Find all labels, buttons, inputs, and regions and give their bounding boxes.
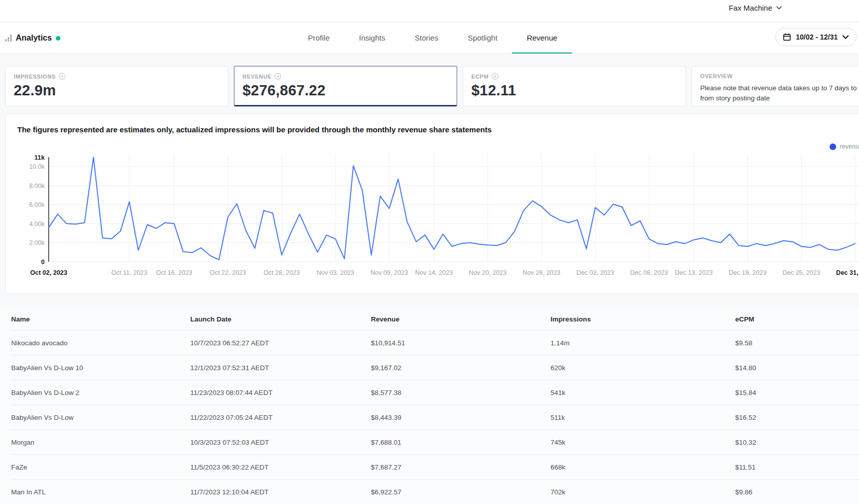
legend-item-revenue[interactable]: revenue — [830, 143, 859, 150]
svg-text:6.00k: 6.00k — [29, 201, 45, 208]
svg-text:Nov 03, 2023: Nov 03, 2023 — [317, 269, 354, 276]
table-cell: $10,914.51 — [371, 339, 551, 347]
table-cell: 745k — [551, 439, 735, 446]
table-cell: BabyAlien Vs D-Low 10 — [11, 364, 190, 372]
legend-dot-icon — [830, 143, 836, 150]
table-row[interactable]: FaZe11/5/2023 06:30:22 AEDT$7,687.27668k… — [11, 454, 859, 479]
legend-label: revenue — [840, 143, 859, 150]
svg-text:Dec 08, 2023: Dec 08, 2023 — [630, 269, 668, 276]
table-cell: $15.84 — [735, 389, 859, 397]
svg-text:Oct 02, 2023: Oct 02, 2023 — [30, 269, 67, 276]
account-switcher[interactable]: Fax Machine — [729, 4, 782, 12]
stat-card-overview[interactable]: OVERVIEWPlease note that revenue data ta… — [692, 66, 859, 106]
table-row[interactable]: BabyAlien Vs D-Low 211/23/2023 08:07:44 … — [11, 380, 859, 405]
svg-text:Oct 22, 2023: Oct 22, 2023 — [210, 269, 246, 276]
calendar-icon — [783, 33, 791, 41]
table-cell: $9.58 — [735, 339, 859, 347]
table-body: Nikocado avocado10/7/2023 06:52:27 AEDT$… — [0, 330, 859, 504]
column-header-revenue: Revenue — [371, 315, 551, 323]
account-name: Fax Machine — [729, 4, 772, 12]
table-header-row: NameLaunch DateRevenueImpressionseCPM — [11, 308, 859, 330]
table-cell: FaZe — [11, 463, 190, 471]
svg-text:Nov 14, 2023: Nov 14, 2023 — [415, 269, 453, 276]
svg-text:Nov 20, 2023: Nov 20, 2023 — [469, 269, 506, 276]
table-cell: $11.51 — [735, 463, 859, 471]
svg-text:0: 0 — [41, 259, 45, 266]
table-cell: 1.14m — [551, 339, 735, 347]
info-icon[interactable]: i — [274, 73, 281, 80]
table-row[interactable]: Man In ATL11/7/2023 12:10:04 AEDT$6,922.… — [11, 479, 859, 504]
table-cell: 620k — [551, 364, 735, 372]
stat-value: 22.9m — [14, 82, 220, 99]
svg-text:Oct 11, 2023: Oct 11, 2023 — [112, 269, 148, 276]
table-cell: 11/23/2023 08:07:44 AEDT — [190, 389, 371, 397]
table-cell: 12/1/2023 07:52:31 AEDT — [190, 364, 371, 372]
table-cell: Nikocado avocado — [11, 339, 190, 347]
chevron-down-icon — [776, 6, 782, 10]
stat-cards-row: IMPRESSIONSi22.9mREVENUEi$276,867.22ECPM… — [5, 66, 859, 106]
table-cell: BabyAlien Vs D-Low 2 — [11, 389, 190, 397]
table-cell: $8,443.39 — [371, 414, 551, 421]
table-cell: 10/7/2023 06:52:27 AEDT — [190, 339, 371, 347]
stat-label: ECPM — [471, 74, 489, 80]
stat-label: OVERVIEW — [700, 73, 733, 79]
svg-text:Dec 19, 2023: Dec 19, 2023 — [729, 269, 766, 276]
table-cell: $6,922.57 — [371, 488, 551, 496]
table-cell: $14.80 — [735, 364, 859, 372]
table-cell: 511k — [551, 414, 735, 421]
top-bar: Fax Machine — [0, 0, 859, 22]
date-range-label: 10/02 - 12/31 — [796, 33, 838, 41]
table-cell: 11/7/2023 12:10:04 AEDT — [190, 488, 371, 496]
stat-card-ecpm[interactable]: ECPMi$12.11 — [463, 66, 686, 106]
stat-value: $276,867.22 — [243, 82, 449, 99]
table-cell: $16.52 — [735, 414, 859, 421]
stat-card-impressions[interactable]: IMPRESSIONSi22.9m — [5, 66, 228, 106]
bar-chart-icon — [5, 34, 12, 42]
table-cell: Man In ATL — [11, 488, 190, 496]
stat-card-revenue[interactable]: REVENUEi$276,867.22 — [234, 66, 457, 106]
info-icon[interactable]: i — [59, 73, 65, 80]
svg-text:2.00k: 2.00k — [29, 239, 45, 246]
column-header-launch-date: Launch Date — [190, 315, 371, 323]
svg-text:Dec 31, 2023: Dec 31, 2023 — [836, 269, 859, 276]
svg-text:Dec 25, 2023: Dec 25, 2023 — [782, 269, 820, 276]
svg-text:Oct 16, 2023: Oct 16, 2023 — [156, 269, 192, 276]
tab-spotlight[interactable]: Spotlight — [453, 23, 512, 54]
overview-note: Please note that revenue data takes up t… — [700, 83, 859, 103]
stories-table: NameLaunch DateRevenueImpressionseCPM Ni… — [0, 308, 859, 504]
stat-label: IMPRESSIONS — [14, 74, 56, 80]
table-cell: $7,687.27 — [371, 463, 551, 471]
svg-text:Nov 26, 2023: Nov 26, 2023 — [523, 269, 560, 276]
svg-text:Oct 28, 2023: Oct 28, 2023 — [263, 269, 300, 276]
tab-revenue[interactable]: Revenue — [512, 23, 572, 54]
tab-profile[interactable]: Profile — [293, 23, 345, 54]
stat-label: REVENUE — [243, 74, 271, 80]
table-cell: $8,577.38 — [371, 389, 551, 397]
table-row[interactable]: Nikocado avocado10/7/2023 06:52:27 AEDT$… — [11, 330, 859, 355]
table-cell: 541k — [551, 389, 735, 397]
revenue-chart: 11k10.0k8.00k6.00k4.00k2.00k0Oct 02, 202… — [6, 114, 859, 294]
tab-stories[interactable]: Stories — [400, 23, 453, 54]
svg-text:Dec 13, 2023: Dec 13, 2023 — [675, 269, 712, 276]
table-row[interactable]: BabyAlien Vs D-Low11/22/2023 07:05:24 AE… — [11, 405, 859, 429]
tab-insights[interactable]: Insights — [345, 23, 400, 54]
chevron-down-icon — [842, 35, 849, 40]
table-cell: 11/5/2023 06:30:22 AEDT — [190, 463, 371, 471]
info-icon[interactable]: i — [492, 73, 498, 80]
brand: Analytics — [5, 23, 60, 53]
table-cell: $9.86 — [735, 488, 859, 496]
date-range-picker[interactable]: 10/02 - 12/31 — [775, 28, 856, 46]
svg-text:11k: 11k — [35, 154, 45, 161]
table-cell: BabyAlien Vs D-Low — [11, 414, 190, 421]
svg-text:8.00k: 8.00k — [29, 183, 45, 190]
column-header-impressions: Impressions — [551, 315, 735, 323]
column-header-ecpm: eCPM — [735, 315, 859, 323]
table-row[interactable]: BabyAlien Vs D-Low 1012/1/2023 07:52:31 … — [11, 355, 859, 380]
status-dot — [56, 36, 60, 41]
table-row[interactable]: Morgan10/3/2023 07:52:03 AEDT$7,688.0174… — [11, 429, 859, 454]
table-cell: Morgan — [11, 439, 190, 446]
table-cell: 10/3/2023 07:52:03 AEDT — [190, 439, 371, 446]
nav-bar: Analytics ProfileInsightsStoriesSpotligh… — [0, 23, 859, 54]
revenue-chart-card: The figures represented are estimates on… — [5, 114, 859, 294]
svg-text:4.00k: 4.00k — [29, 221, 45, 228]
